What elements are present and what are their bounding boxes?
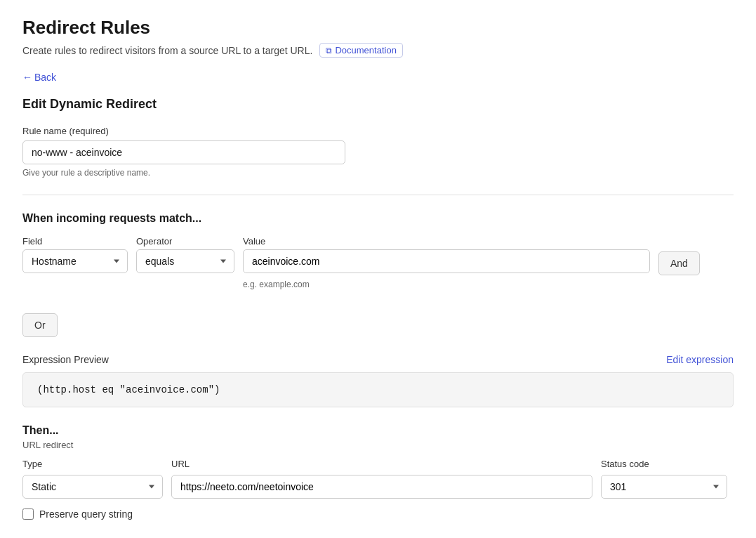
value-group: Value e.g. example.com bbox=[243, 236, 650, 289]
edit-title: Edit Dynamic Redirect bbox=[22, 97, 734, 112]
back-link[interactable]: ← Back bbox=[22, 72, 56, 83]
type-label: Type bbox=[22, 459, 163, 469]
expression-preview-section: Expression Preview Edit expression (http… bbox=[22, 354, 734, 407]
and-button[interactable]: And bbox=[658, 251, 700, 275]
operator-select[interactable]: equals does not equal contains does not … bbox=[136, 249, 234, 273]
field-group: Field Hostname URI Path Query String HTT… bbox=[22, 236, 128, 273]
section-divider bbox=[22, 195, 734, 195]
rule-name-label: Rule name (required) bbox=[22, 126, 734, 136]
status-code-group: Status code 301 302 303 307 308 bbox=[601, 459, 727, 499]
field-label: Field bbox=[22, 236, 128, 247]
url-redirect-label: URL redirect bbox=[22, 440, 734, 450]
type-select-wrapper: Static Dynamic bbox=[22, 475, 163, 499]
value-hint: e.g. example.com bbox=[243, 280, 650, 289]
expression-box: (http.host eq "aceinvoice.com") bbox=[22, 372, 734, 407]
expr-label: Expression Preview bbox=[22, 354, 109, 365]
type-select[interactable]: Static Dynamic bbox=[22, 475, 163, 499]
expression-code: (http.host eq "aceinvoice.com") bbox=[37, 384, 220, 395]
expr-header: Expression Preview Edit expression bbox=[22, 354, 734, 365]
url-redirect-row: Type Static Dynamic URL Status code 301 … bbox=[22, 459, 734, 499]
type-group: Type Static Dynamic bbox=[22, 459, 163, 499]
operator-select-wrapper: equals does not equal contains does not … bbox=[136, 249, 234, 273]
operator-label: Operator bbox=[136, 236, 234, 247]
url-input[interactable] bbox=[171, 475, 592, 499]
arrow-left-icon: ← bbox=[22, 72, 32, 83]
page-subtitle: Create rules to redirect visitors from a… bbox=[22, 43, 734, 58]
edit-expression-link[interactable]: Edit expression bbox=[666, 354, 734, 365]
rule-name-input[interactable] bbox=[22, 140, 345, 164]
field-select[interactable]: Hostname URI Path Query String HTTP Meth… bbox=[22, 249, 128, 273]
value-label: Value bbox=[243, 236, 650, 247]
value-input[interactable] bbox=[243, 249, 650, 273]
then-section: Then... URL redirect Type Static Dynamic… bbox=[22, 424, 734, 520]
or-button[interactable]: Or bbox=[22, 313, 58, 337]
field-select-wrapper: Hostname URI Path Query String HTTP Meth… bbox=[22, 249, 128, 273]
preserve-query-string-label[interactable]: Preserve query string bbox=[39, 509, 133, 520]
url-label: URL bbox=[171, 459, 592, 469]
preserve-query-string-checkbox[interactable] bbox=[22, 509, 34, 520]
rule-name-group: Rule name (required) Give your rule a de… bbox=[22, 126, 734, 178]
status-code-label: Status code bbox=[601, 459, 727, 469]
documentation-link[interactable]: ⧉ Documentation bbox=[319, 43, 402, 58]
status-code-select[interactable]: 301 302 303 307 308 bbox=[601, 475, 727, 499]
match-conditions-row: Field Hostname URI Path Query String HTT… bbox=[22, 236, 734, 337]
status-select-wrapper: 301 302 303 307 308 bbox=[601, 475, 727, 499]
rule-name-hint: Give your rule a descriptive name. bbox=[22, 168, 734, 178]
match-section-title: When incoming requests match... bbox=[22, 212, 734, 225]
preserve-row: Preserve query string bbox=[22, 509, 734, 520]
then-title: Then... bbox=[22, 424, 734, 437]
url-group: URL bbox=[171, 459, 592, 499]
page-title: Redirect Rules bbox=[22, 17, 734, 39]
operator-group: Operator equals does not equal contains … bbox=[136, 236, 234, 273]
external-link-icon: ⧉ bbox=[326, 46, 332, 55]
